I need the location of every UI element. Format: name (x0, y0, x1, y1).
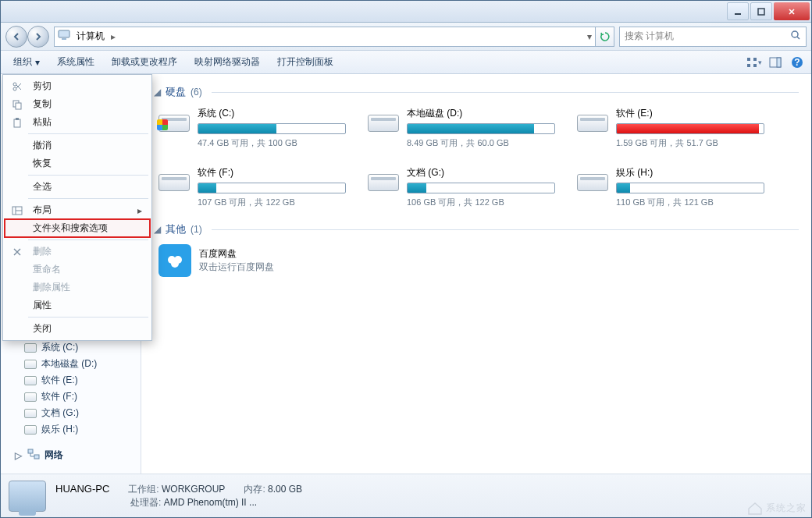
drive-title: 软件 (F:) (198, 166, 346, 179)
address-bar[interactable]: 计算机 ▸ ▾ (54, 27, 596, 47)
organize-dropdown[interactable]: 组织 ▾ (5, 52, 48, 72)
breadcrumb-arrow-icon[interactable]: ▸ (111, 31, 116, 42)
status-workgroup: WORKGROUP (162, 484, 225, 495)
hard-drive-icon (577, 166, 608, 194)
svg-rect-14 (34, 455, 39, 459)
menu-item-cut[interactable]: 剪切 (5, 77, 150, 95)
drive-icon (24, 409, 37, 418)
menu-item-label: 删除 (33, 245, 52, 258)
expander-icon[interactable]: ▷ (15, 450, 23, 461)
tree-item-2[interactable]: 软件 (E:) (1, 372, 141, 388)
menu-separator (28, 198, 148, 199)
drive-icon (24, 425, 37, 435)
tree-item-6[interactable]: ▷网络 (1, 447, 141, 463)
back-button[interactable] (5, 26, 27, 48)
collapse-icon: ◢ (154, 224, 161, 235)
explorer-window: 计算机 ▸ ▾ 搜索 计算机 组织 ▾ 系统属性 卸载或更改程序 映射网络驱动器… (0, 0, 812, 518)
toolbar-system-properties[interactable]: 系统属性 (49, 52, 102, 72)
drive-item[interactable]: 文档 (G:)106 GB 可用，共 122 GB (368, 166, 555, 208)
tree-item-label: 娱乐 (H:) (41, 423, 78, 436)
drive-free-text: 47.4 GB 可用，共 100 GB (198, 137, 346, 149)
capacity-bar (616, 123, 764, 134)
svg-rect-6 (753, 58, 757, 61)
hard-drive-icon (158, 107, 190, 135)
svg-rect-1 (758, 9, 764, 15)
organize-menu: 剪切复制粘贴撤消恢复全选布局▸文件夹和搜索选项删除重命名删除属性属性关闭 (2, 74, 152, 341)
tree-item-0[interactable]: 系统 (C:) (1, 339, 141, 356)
toolbar-map-drive[interactable]: 映射网络驱动器 (187, 52, 268, 72)
menu-item-label: 布局 (33, 204, 52, 217)
drive-icon (24, 360, 37, 369)
svg-rect-7 (747, 64, 750, 67)
menu-item-label: 文件夹和搜索选项 (33, 222, 108, 235)
nav-buttons (5, 26, 49, 48)
drive-free-text: 110 GB 可用，共 121 GB (616, 197, 764, 208)
group-other[interactable]: ◢ 其他 (1) (154, 222, 799, 236)
menu-item-paste[interactable]: 粘贴 (5, 113, 150, 131)
svg-rect-22 (14, 119, 20, 127)
svg-rect-3 (62, 38, 66, 40)
svg-rect-2 (59, 30, 69, 37)
tree-item-1[interactable]: 本地磁盘 (D:) (1, 356, 141, 372)
search-input[interactable]: 搜索 计算机 (619, 27, 807, 47)
menu-item-undo[interactable]: 撤消 (5, 137, 150, 154)
other-item-baidu[interactable]: 百度网盘 双击运行百度网盘 (158, 244, 799, 277)
collapse-icon: ◢ (154, 87, 161, 98)
address-dropdown-icon[interactable]: ▾ (587, 31, 592, 42)
svg-rect-13 (28, 449, 33, 453)
drive-item[interactable]: 系统 (C:)47.4 GB 可用，共 100 GB (158, 107, 346, 149)
drive-item[interactable]: 软件 (E:)1.59 GB 可用，共 51.7 GB (577, 107, 764, 149)
drive-item[interactable]: 娱乐 (H:)110 GB 可用，共 121 GB (577, 166, 764, 208)
close-button[interactable] (774, 2, 810, 20)
view-mode-button[interactable]: ▾ (744, 53, 763, 72)
other-item-sub: 双击运行百度网盘 (199, 261, 274, 274)
help-button[interactable]: ? (788, 53, 807, 72)
maximize-button[interactable] (750, 2, 772, 20)
drive-grid: 系统 (C:)47.4 GB 可用，共 100 GB本地磁盘 (D:)8.49 … (158, 107, 799, 208)
menu-item-label: 关闭 (33, 322, 52, 335)
chevron-down-icon: ▾ (35, 57, 40, 68)
toolbar-uninstall[interactable]: 卸载或更改程序 (104, 52, 185, 72)
tree-item-4[interactable]: 文档 (G:) (1, 405, 141, 421)
forward-button[interactable] (27, 26, 49, 48)
menu-item-selectall[interactable]: 全选 (5, 178, 150, 196)
menu-item-label: 粘贴 (33, 115, 52, 129)
preview-pane-button[interactable] (766, 53, 785, 72)
windows-logo-icon (157, 119, 168, 130)
menu-item-copy[interactable]: 复制 (5, 95, 150, 113)
tree-item-5[interactable]: 娱乐 (H:) (1, 421, 141, 438)
status-cpu: AMD Phenom(tm) II ... (164, 497, 257, 508)
organize-label: 组织 (13, 55, 32, 69)
drive-title: 文档 (G:) (407, 166, 555, 179)
menu-item-rename: 重命名 (5, 261, 150, 279)
minimize-button[interactable] (727, 2, 749, 20)
search-placeholder: 搜索 计算机 (625, 30, 674, 43)
status-pc-name: HUANG-PC (55, 483, 109, 495)
menu-item-props[interactable]: 属性 (5, 296, 150, 314)
menu-item-label: 重命名 (33, 263, 61, 276)
content-pane: ◢ 硬盘 (6) 系统 (C:)47.4 GB 可用，共 100 GB本地磁盘 … (141, 74, 811, 474)
window-titlebar (1, 1, 811, 23)
menu-separator (28, 133, 148, 134)
status-memory-label: 内存: (244, 484, 265, 495)
menu-item-label: 撤消 (33, 139, 52, 152)
menu-item-label: 属性 (33, 299, 52, 312)
toolbar-control-panel[interactable]: 打开控制面板 (269, 52, 341, 72)
menu-item-folderopts[interactable]: 文件夹和搜索选项 (5, 219, 150, 237)
group-hard-disks[interactable]: ◢ 硬盘 (6) (154, 85, 799, 99)
toolbar: 组织 ▾ 系统属性 卸载或更改程序 映射网络驱动器 打开控制面板 ▾ ? (1, 51, 811, 74)
drive-item[interactable]: 本地磁盘 (D:)8.49 GB 可用，共 60.0 GB (368, 107, 555, 149)
menu-item-layout[interactable]: 布局▸ (5, 201, 150, 219)
menu-item-removeprops: 删除属性 (5, 279, 150, 296)
menu-item-close[interactable]: 关闭 (5, 320, 150, 338)
menu-item-redo[interactable]: 恢复 (5, 154, 150, 172)
tree-item-3[interactable]: 软件 (F:) (1, 388, 141, 405)
drive-item[interactable]: 软件 (F:)107 GB 可用，共 122 GB (158, 166, 346, 208)
baidu-netdisk-icon (158, 244, 191, 277)
refresh-button[interactable] (596, 27, 614, 47)
hard-drive-icon (158, 166, 190, 194)
svg-rect-10 (777, 58, 781, 67)
drive-free-text: 106 GB 可用，共 122 GB (407, 197, 555, 208)
menu-item-label: 全选 (33, 180, 52, 193)
breadcrumb-segment[interactable]: 计算机 (73, 29, 108, 44)
